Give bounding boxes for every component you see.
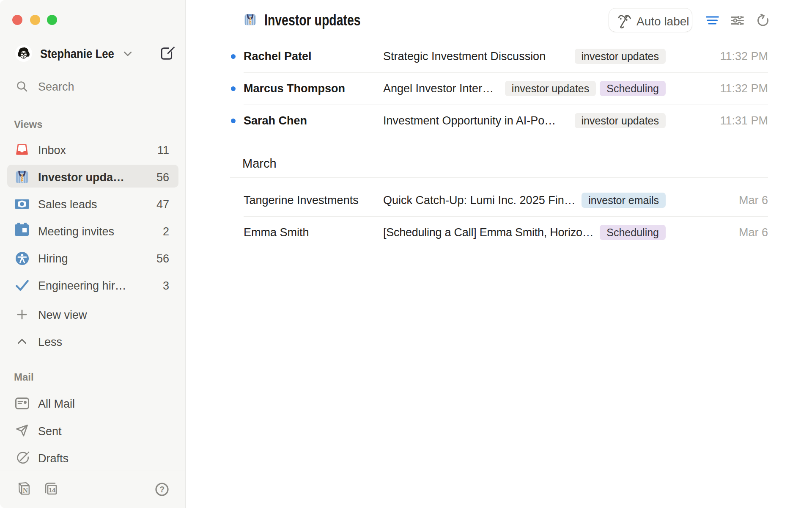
svg-text:?: ? [159,485,165,494]
svg-text:14: 14 [49,487,55,494]
svg-text:N: N [23,486,28,494]
